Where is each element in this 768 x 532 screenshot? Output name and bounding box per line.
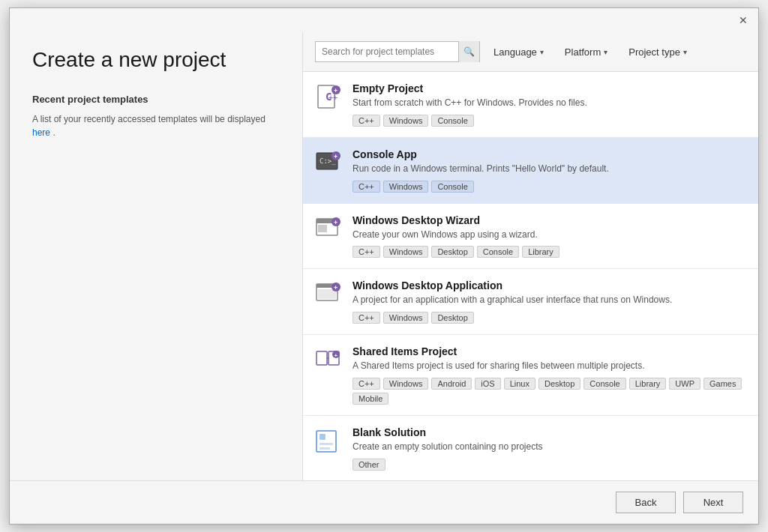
- template-item-console-app[interactable]: C:>_ + Console AppRun code in a Windows …: [303, 138, 758, 204]
- tag: Desktop: [431, 246, 473, 258]
- template-item-blank-solution[interactable]: Blank SolutionCreate an empty solution c…: [303, 416, 758, 480]
- tag: Linux: [504, 378, 536, 390]
- next-button[interactable]: Next: [683, 492, 743, 513]
- back-button[interactable]: Back: [616, 492, 676, 513]
- tag: C++: [352, 312, 380, 324]
- tag: Android: [431, 378, 472, 390]
- recent-desc-text-1: A list of your recently accessed templat…: [32, 114, 225, 124]
- svg-rect-26: [320, 443, 333, 445]
- tag: Windows: [383, 181, 429, 193]
- template-name-blank-solution: Blank Solution: [352, 426, 746, 438]
- svg-text:+: +: [334, 219, 338, 226]
- template-name-empty-project: Empty Project: [352, 82, 746, 94]
- search-input[interactable]: [316, 43, 458, 60]
- templates-scrollbar-wrapper: C ++ + Empty ProjectStart from scratch w…: [303, 72, 758, 480]
- tag: C++: [352, 246, 380, 258]
- template-name-windows-desktop-application: Windows Desktop Application: [352, 279, 746, 291]
- tag: C++: [352, 181, 380, 193]
- search-button[interactable]: 🔍: [458, 41, 479, 62]
- language-label: Language: [494, 46, 537, 58]
- templates-list: C ++ + Empty ProjectStart from scratch w…: [303, 72, 758, 480]
- tag: Library: [629, 378, 667, 390]
- template-name-console-app: Console App: [352, 148, 746, 160]
- template-desc-console-app: Run code in a Windows terminal. Prints "…: [352, 163, 746, 175]
- svg-rect-27: [320, 447, 330, 450]
- template-icon-windows-desktop-application: +: [315, 281, 342, 308]
- page-title: Create a new project: [32, 47, 280, 73]
- template-tags-blank-solution: Other: [352, 459, 746, 471]
- tag: Windows: [383, 378, 429, 390]
- tag: Mobile: [352, 393, 388, 405]
- svg-text:++: ++: [328, 94, 338, 102]
- tag: C++: [352, 115, 380, 127]
- tag: Other: [352, 459, 386, 471]
- search-box[interactable]: 🔍: [315, 41, 480, 62]
- template-item-windows-desktop-wizard[interactable]: + Windows Desktop WizardCreate your own …: [303, 204, 758, 270]
- template-icon-console-app: C:>_ +: [315, 150, 342, 177]
- search-icon: 🔍: [464, 46, 475, 57]
- tag: Library: [522, 246, 560, 258]
- project-type-label: Project type: [628, 46, 680, 58]
- template-icon-shared-items-project: +: [315, 347, 342, 374]
- template-icon-windows-desktop-wizard: +: [315, 216, 342, 243]
- tag: Windows: [383, 115, 429, 127]
- template-name-shared-items-project: Shared Items Project: [352, 345, 746, 357]
- tag: UWP: [669, 378, 700, 390]
- template-icon-empty-project: C ++ +: [315, 84, 342, 111]
- tag: Console: [477, 246, 519, 258]
- recent-here-link[interactable]: here: [32, 127, 50, 138]
- tag: C++: [352, 378, 380, 390]
- tag: Windows: [383, 312, 429, 324]
- recent-section-title: Recent project templates: [32, 94, 280, 105]
- left-panel: Create a new project Recent project temp…: [10, 32, 302, 480]
- template-tags-empty-project: C++WindowsConsole: [352, 115, 746, 127]
- svg-text:+: +: [334, 352, 338, 359]
- template-tags-windows-desktop-wizard: C++WindowsDesktopConsoleLibrary: [352, 246, 746, 258]
- template-desc-windows-desktop-application: A project for an application with a grap…: [352, 294, 746, 306]
- template-name-windows-desktop-wizard: Windows Desktop Wizard: [352, 214, 746, 226]
- tag: Desktop: [538, 378, 580, 390]
- template-desc-blank-solution: Create an empty solution containing no p…: [352, 441, 746, 453]
- template-icon-blank-solution: [315, 428, 342, 455]
- svg-rect-25: [320, 434, 326, 440]
- template-item-shared-items-project[interactable]: + Shared Items ProjectA Shared Items pro…: [303, 335, 758, 416]
- title-bar: ✕: [10, 8, 758, 32]
- svg-rect-11: [318, 225, 327, 232]
- tag: Console: [584, 378, 626, 390]
- template-tags-shared-items-project: C++WindowsAndroidiOSLinuxDesktopConsoleL…: [352, 378, 746, 405]
- project-type-dropdown[interactable]: Project type ▾: [621, 41, 694, 62]
- close-button[interactable]: ✕: [736, 13, 751, 28]
- svg-text:+: +: [334, 87, 338, 94]
- template-desc-windows-desktop-wizard: Create your own Windows app using a wiza…: [352, 229, 746, 241]
- content-area: Create a new project Recent project temp…: [10, 32, 758, 480]
- right-panel: 🔍 Language ▾ Platform ▾ Project type ▾: [302, 32, 758, 480]
- platform-chevron-icon: ▾: [604, 48, 608, 56]
- template-desc-shared-items-project: A Shared Items project is used for shari…: [352, 360, 746, 372]
- recent-description: A list of your recently accessed templat…: [32, 112, 280, 139]
- toolbar: 🔍 Language ▾ Platform ▾ Project type ▾: [303, 32, 758, 72]
- tag: iOS: [475, 378, 500, 390]
- create-project-dialog: ✕ Create a new project Recent project te…: [9, 7, 759, 525]
- template-desc-empty-project: Start from scratch with C++ for Windows.…: [352, 97, 746, 109]
- language-chevron-icon: ▾: [540, 48, 544, 56]
- template-tags-windows-desktop-application: C++WindowsDesktop: [352, 312, 746, 324]
- svg-rect-19: [316, 351, 327, 365]
- project-type-chevron-icon: ▾: [683, 48, 687, 56]
- svg-text:+: +: [334, 153, 338, 160]
- tag: Console: [431, 181, 473, 193]
- recent-desc-text-2: displayed: [227, 114, 266, 124]
- footer: Back Next: [10, 480, 758, 524]
- template-item-windows-desktop-application[interactable]: + Windows Desktop ApplicationA project f…: [303, 269, 758, 335]
- template-tags-console-app: C++WindowsConsole: [352, 181, 746, 193]
- tag: Windows: [383, 246, 429, 258]
- platform-dropdown[interactable]: Platform ▾: [557, 41, 615, 62]
- svg-text:+: +: [334, 284, 338, 291]
- platform-label: Platform: [565, 46, 601, 58]
- language-dropdown[interactable]: Language ▾: [486, 41, 551, 62]
- tag: Games: [704, 378, 742, 390]
- tag: Console: [431, 115, 473, 127]
- template-item-empty-project[interactable]: C ++ + Empty ProjectStart from scratch w…: [303, 72, 758, 138]
- tag: Desktop: [431, 312, 473, 324]
- recent-desc-text-3: .: [52, 127, 55, 138]
